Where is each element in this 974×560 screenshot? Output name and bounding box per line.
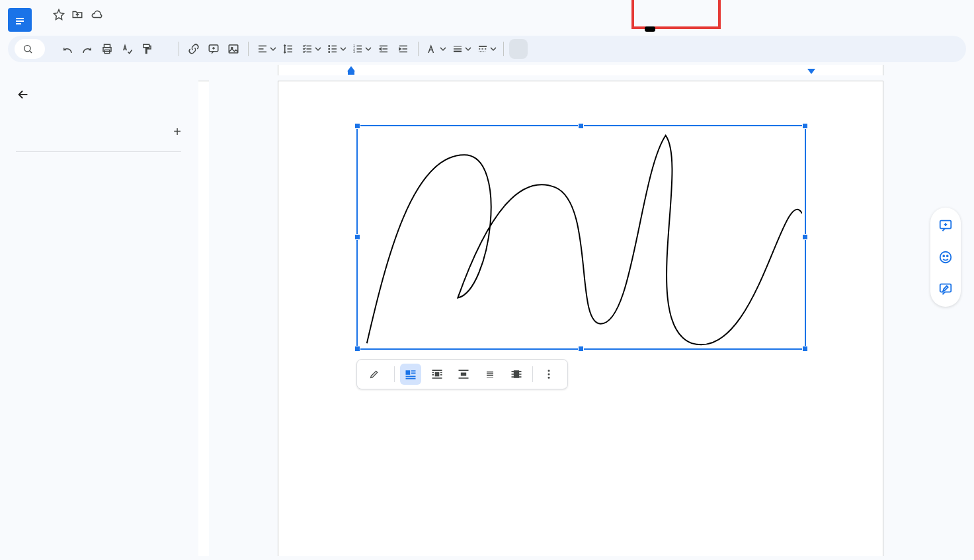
svg-point-13 bbox=[329, 52, 330, 53]
add-comment-rail-button[interactable] bbox=[934, 214, 957, 237]
svg-rect-7 bbox=[143, 44, 149, 48]
svg-rect-21 bbox=[514, 370, 519, 378]
horizontal-ruler[interactable] bbox=[0, 65, 974, 75]
menu-help[interactable] bbox=[122, 25, 132, 30]
cloud-status-icon[interactable] bbox=[90, 9, 103, 20]
increase-indent-button[interactable] bbox=[394, 39, 413, 59]
svg-point-26 bbox=[940, 252, 952, 263]
svg-rect-2 bbox=[16, 23, 21, 24]
resize-handle-ne[interactable] bbox=[802, 123, 808, 129]
suggest-edits-rail-button[interactable] bbox=[934, 278, 957, 300]
print-button[interactable] bbox=[98, 39, 116, 59]
image-inline-toolbar bbox=[356, 359, 568, 389]
svg-point-11 bbox=[329, 46, 330, 47]
wrap-inline-button[interactable] bbox=[400, 364, 421, 385]
insert-link-button[interactable] bbox=[184, 39, 203, 59]
document-title[interactable] bbox=[38, 13, 46, 16]
break-text-button[interactable] bbox=[453, 364, 474, 385]
svg-rect-19 bbox=[461, 373, 466, 376]
svg-point-12 bbox=[329, 48, 330, 50]
image-options-button[interactable] bbox=[509, 39, 528, 59]
svg-point-24 bbox=[548, 377, 550, 379]
add-summary-button[interactable]: + bbox=[173, 124, 181, 140]
right-action-rail bbox=[930, 208, 961, 307]
svg-point-23 bbox=[548, 374, 550, 376]
svg-point-27 bbox=[943, 255, 944, 257]
resize-handle-se[interactable] bbox=[802, 346, 808, 352]
resize-handle-s[interactable] bbox=[578, 346, 584, 352]
svg-rect-18 bbox=[435, 372, 440, 377]
line-spacing-button[interactable] bbox=[279, 39, 298, 59]
border-dash-button[interactable] bbox=[474, 39, 498, 59]
redo-button[interactable] bbox=[78, 39, 97, 59]
menu-insert[interactable] bbox=[74, 25, 85, 30]
svg-rect-9 bbox=[229, 45, 238, 53]
main-toolbar: 123 bbox=[8, 36, 966, 62]
resize-handle-sw[interactable] bbox=[354, 346, 360, 352]
left-indent-marker[interactable] bbox=[347, 66, 355, 71]
docs-app-icon[interactable] bbox=[8, 8, 32, 32]
paint-format-button[interactable] bbox=[138, 39, 156, 59]
resize-handle-w[interactable] bbox=[354, 234, 360, 240]
outline-back-button[interactable] bbox=[16, 87, 183, 104]
menu-view[interactable] bbox=[62, 25, 73, 30]
search-menus-chip[interactable] bbox=[15, 39, 45, 59]
pencil-icon bbox=[369, 369, 380, 380]
svg-rect-0 bbox=[16, 18, 24, 19]
svg-point-28 bbox=[947, 255, 948, 257]
undo-button[interactable] bbox=[58, 39, 77, 59]
vertical-ruler[interactable] bbox=[198, 75, 209, 556]
selected-image[interactable] bbox=[356, 125, 806, 350]
svg-point-3 bbox=[24, 46, 30, 52]
add-comment-button[interactable] bbox=[204, 39, 223, 59]
menu-format[interactable] bbox=[86, 25, 97, 30]
svg-point-22 bbox=[548, 370, 550, 372]
menu-tools[interactable] bbox=[98, 25, 108, 30]
checklist-button[interactable] bbox=[299, 39, 323, 59]
align-button[interactable] bbox=[254, 39, 278, 59]
image-options-tooltip bbox=[645, 26, 655, 32]
menu-extensions[interactable] bbox=[110, 25, 120, 30]
bulleted-list-button[interactable] bbox=[324, 39, 348, 59]
svg-rect-1 bbox=[16, 20, 24, 22]
border-weight-button[interactable] bbox=[449, 39, 473, 59]
insert-image-button[interactable] bbox=[224, 39, 243, 59]
numbered-list-button[interactable]: 123 bbox=[349, 39, 373, 59]
edit-image-button[interactable] bbox=[365, 369, 389, 380]
right-indent-marker[interactable] bbox=[807, 69, 815, 74]
resize-handle-nw[interactable] bbox=[354, 123, 360, 129]
behind-text-button[interactable] bbox=[479, 364, 501, 385]
menu-edit[interactable] bbox=[50, 25, 61, 30]
svg-rect-29 bbox=[940, 284, 952, 292]
star-icon[interactable] bbox=[53, 9, 65, 20]
signature-drawing bbox=[360, 129, 802, 350]
front-text-button[interactable] bbox=[506, 364, 527, 385]
svg-rect-17 bbox=[406, 370, 411, 375]
move-icon[interactable] bbox=[71, 9, 83, 20]
search-icon bbox=[22, 44, 33, 54]
decrease-indent-button[interactable] bbox=[374, 39, 393, 59]
resize-handle-n[interactable] bbox=[578, 123, 584, 129]
more-options-button[interactable] bbox=[538, 364, 559, 385]
document-page[interactable]: LO bbox=[278, 81, 883, 556]
resize-handle-e[interactable] bbox=[802, 234, 808, 240]
spellcheck-button[interactable] bbox=[118, 39, 136, 59]
add-emoji-rail-button[interactable] bbox=[934, 246, 957, 268]
wrap-text-button[interactable] bbox=[426, 364, 448, 385]
svg-text:3: 3 bbox=[353, 50, 355, 54]
menu-file[interactable] bbox=[38, 25, 49, 30]
border-color-button[interactable] bbox=[424, 39, 448, 59]
